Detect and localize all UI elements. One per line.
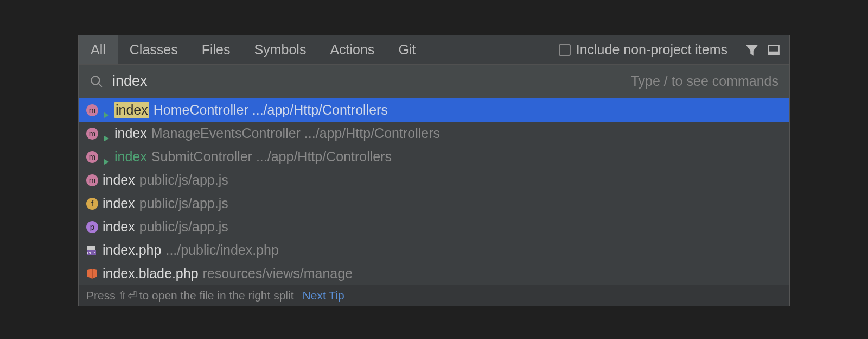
result-match: index	[103, 172, 135, 188]
result-location: public/js/app.js	[139, 196, 228, 211]
footer-text-after: to open the file in the right split	[139, 289, 294, 302]
result-match: index.php	[103, 242, 161, 258]
result-location: ManageEventsController .../app/Http/Cont…	[151, 125, 440, 141]
checkbox-box[interactable]	[559, 44, 571, 56]
tab-symbols[interactable]: Symbols	[242, 35, 318, 64]
svg-text:PHP: PHP	[87, 251, 95, 255]
p-badge-icon: p	[86, 221, 98, 233]
result-match: index	[103, 219, 135, 235]
search-input[interactable]	[112, 73, 622, 90]
include-non-project-checkbox[interactable]: Include non-project items	[559, 42, 727, 58]
m-badge-icon: m	[86, 174, 98, 186]
tab-actions[interactable]: Actions	[318, 35, 386, 64]
svg-line-3	[98, 83, 102, 87]
result-row[interactable]: PHPindex.php.../public/index.php	[79, 238, 789, 262]
m-badge-icon: m	[86, 104, 98, 116]
result-location: public/js/app.js	[139, 219, 228, 235]
result-match: index.blade.php	[103, 266, 199, 281]
result-row[interactable]: mindexpublic/js/app.js	[79, 168, 789, 192]
result-location: SubmitController .../app/Http/Controller…	[151, 149, 392, 165]
runnable-icon	[103, 153, 110, 161]
tab-git[interactable]: Git	[386, 35, 427, 64]
m-badge-icon: m	[86, 151, 98, 163]
f-badge-icon: f	[86, 198, 98, 210]
footer-text-before: Press	[86, 289, 116, 302]
result-location: public/js/app.js	[139, 172, 228, 188]
result-location: HomeController .../app/Http/Controllers	[154, 102, 388, 118]
runnable-icon	[103, 106, 110, 114]
tab-all[interactable]: All	[79, 35, 118, 64]
tab-files[interactable]: Files	[190, 35, 242, 64]
result-match: index	[114, 149, 147, 165]
result-row[interactable]: mindexHomeController .../app/Http/Contro…	[79, 98, 789, 122]
next-tip-link[interactable]: Next Tip	[303, 289, 344, 302]
pin-window-icon[interactable]	[767, 43, 781, 57]
search-everywhere-popup: AllClassesFilesSymbolsActionsGit Include…	[78, 35, 790, 306]
m-badge-icon: m	[86, 128, 98, 140]
tab-classes[interactable]: Classes	[118, 35, 190, 64]
result-row[interactable]: mindexManageEventsController .../app/Htt…	[79, 122, 789, 145]
runnable-icon	[103, 130, 110, 137]
result-match: index	[114, 102, 149, 118]
tabs-row: AllClassesFilesSymbolsActionsGit Include…	[79, 35, 789, 65]
search-hint: Type / to see commands	[631, 73, 778, 89]
result-row[interactable]: pindexpublic/js/app.js	[79, 215, 789, 238]
search-row: Type / to see commands	[79, 65, 789, 98]
result-location: .../public/index.php	[165, 242, 278, 258]
include-label: Include non-project items	[576, 42, 727, 58]
svg-point-2	[91, 76, 99, 84]
filter-icon[interactable]	[745, 43, 759, 57]
result-row[interactable]: mindexSubmitController .../app/Http/Cont…	[79, 145, 789, 168]
footer-key: ⇧⏎	[118, 289, 137, 302]
results-list: mindexHomeController .../app/Http/Contro…	[79, 98, 789, 285]
result-row[interactable]: index.blade.phpresources/views/manage	[79, 262, 789, 285]
result-match: index	[114, 125, 147, 141]
result-location: resources/views/manage	[203, 266, 353, 281]
blade-file-icon	[86, 268, 98, 280]
result-row[interactable]: findexpublic/js/app.js	[79, 192, 789, 215]
footer-bar: Press ⇧⏎ to open the file in the right s…	[79, 285, 789, 306]
php-file-icon: PHP	[86, 244, 98, 256]
svg-rect-1	[768, 52, 779, 54]
search-icon	[90, 74, 104, 89]
result-match: index	[103, 196, 135, 211]
